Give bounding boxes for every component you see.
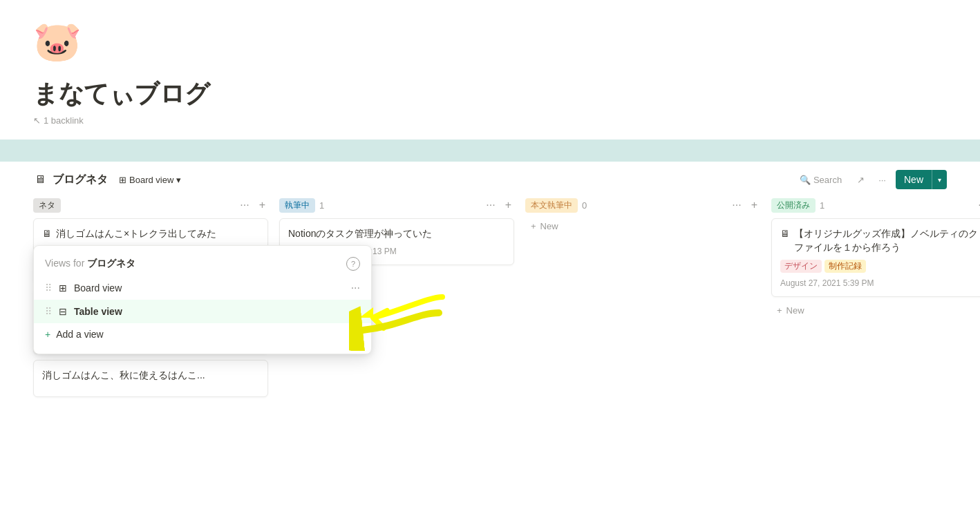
board-view-icon: ⊞ <box>119 175 126 185</box>
board-view-icon: ⊞ <box>59 282 67 294</box>
logo-area: 🐷 <box>33 22 947 61</box>
column-add-neta[interactable]: + <box>256 198 268 213</box>
table-view-icon: ⊟ <box>59 306 67 317</box>
column-add-honbun[interactable]: + <box>748 198 760 213</box>
tag-seisaku: 制作記録 <box>824 260 866 273</box>
column-more-chuu[interactable]: ··· <box>483 198 498 213</box>
new-button-label: New <box>896 170 932 189</box>
page-title: まなてぃブログ <box>33 77 947 111</box>
column-more-koukai[interactable]: ··· <box>975 198 980 213</box>
db-title-area: 🖥 ブログネタ ⊞ Board view ▾ <box>33 172 187 188</box>
card-title-koukai-1: 🖥 【オリジナルグッズ作成】ノベルティのクリアファイルを１から作ろう <box>780 227 980 254</box>
search-button[interactable]: 🔍 Search <box>794 172 847 188</box>
views-dropdown: Views for ブログネタ ? ⠿ ⊞ Board view ··· ⠿ ⊟… <box>33 245 372 354</box>
view-selector[interactable]: ⊞ Board view ▾ <box>113 172 187 188</box>
card-title-neta-1: 🖥 消しゴムはんこ×トレクラ出してみた <box>42 227 259 241</box>
drag-handle-board: ⠿ <box>45 282 52 294</box>
card-icon-koukai: 🖥 <box>780 227 790 241</box>
column-header-koukai: 公開済み 1 ··· + <box>771 195 980 218</box>
column-more-honbun[interactable]: ··· <box>729 198 744 213</box>
column-count-honbun: 0 <box>582 200 587 211</box>
card-title-chuu-1: Notionのタスク管理が神っていた <box>288 227 505 241</box>
card-title-neta-3: 消しゴムはんこ、秋に使えるはんこ... <box>42 369 259 383</box>
search-icon: 🔍 <box>800 175 811 185</box>
column-tag-koukai: 公開済み <box>771 198 816 213</box>
view-item-board[interactable]: ⠿ ⊞ Board view ··· <box>34 276 371 300</box>
add-new-honbun[interactable]: + New <box>525 218 760 234</box>
plus-icon-addview: + <box>45 329 50 340</box>
plus-icon-koukai: + <box>777 305 782 316</box>
dropdown-header: Views for ブログネタ ? <box>34 254 371 276</box>
database-header: 🖥 ブログネタ ⊞ Board view ▾ 🔍 Search ↗ ··· Ne… <box>0 162 980 195</box>
chevron-down-icon: ▾ <box>176 175 181 185</box>
view-item-table[interactable]: ⠿ ⊟ Table view ··· <box>34 300 371 323</box>
column-tag-neta: ネタ <box>33 198 61 213</box>
help-button[interactable]: ? <box>346 257 360 271</box>
column-add-chuu[interactable]: + <box>502 198 514 213</box>
column-more-neta[interactable]: ··· <box>237 198 252 213</box>
more-icon: ··· <box>878 175 886 185</box>
db-icon: 🖥 <box>33 173 47 186</box>
new-button[interactable]: New ▾ <box>896 170 947 189</box>
column-header-neta: ネタ ··· + <box>33 195 268 218</box>
more-options-button[interactable]: ··· <box>874 172 890 188</box>
card-icon: 🖥 <box>42 227 52 241</box>
db-actions: 🔍 Search ↗ ··· New ▾ <box>794 170 947 189</box>
teal-banner <box>0 140 980 162</box>
board-view-label: Board view <box>74 282 344 294</box>
expand-icon: ↗ <box>857 175 865 185</box>
expand-button[interactable]: ↗ <box>853 172 869 188</box>
board-view-more-icon[interactable]: ··· <box>351 282 360 294</box>
column-honbun: 本文執筆中 0 ··· + + New <box>525 195 760 485</box>
column-count-chuu: 1 <box>319 200 324 211</box>
logo-pig: 🐷 <box>33 22 947 61</box>
add-view-label: Add a view <box>56 329 103 340</box>
card-tags-koukai-1: デザイン 制作記録 <box>780 260 980 273</box>
help-icon: ? <box>351 260 355 268</box>
column-header-chuu: 執筆中 1 ··· + <box>279 195 514 218</box>
table-view-label: Table view <box>74 306 344 317</box>
new-label-koukai: New <box>786 305 804 316</box>
table-view-more-icon[interactable]: ··· <box>351 305 360 318</box>
column-koukai: 公開済み 1 ··· + 🖥 【オリジナルグッズ作成】ノベルティのクリアファイル… <box>771 195 980 485</box>
column-count-koukai: 1 <box>820 200 824 211</box>
card-neta-3[interactable]: 消しゴムはんこ、秋に使えるはんこ... <box>33 360 268 397</box>
card-koukai-1[interactable]: 🖥 【オリジナルグッズ作成】ノベルティのクリアファイルを１から作ろう デザイン … <box>771 218 980 297</box>
new-label-honbun: New <box>540 221 558 231</box>
backlink[interactable]: ↖ 1 backlink <box>33 115 947 126</box>
add-new-koukai[interactable]: + New <box>771 302 980 318</box>
card-date-koukai-1: August 27, 2021 5:39 PM <box>780 278 980 288</box>
column-tag-honbun: 本文執筆中 <box>525 198 578 213</box>
plus-icon-honbun: + <box>531 221 536 231</box>
drag-handle-table: ⠿ <box>45 306 52 317</box>
new-button-chevron-icon: ▾ <box>932 172 947 188</box>
dropdown-title: Views for ブログネタ <box>45 258 135 270</box>
column-tag-chuu: 執筆中 <box>279 198 315 213</box>
add-view-row[interactable]: + Add a view <box>34 323 371 345</box>
column-header-honbun: 本文執筆中 0 ··· + <box>525 195 760 218</box>
backlink-icon: ↖ <box>33 115 41 126</box>
db-title: ブログネタ <box>53 173 108 187</box>
tag-design: デザイン <box>780 260 822 273</box>
